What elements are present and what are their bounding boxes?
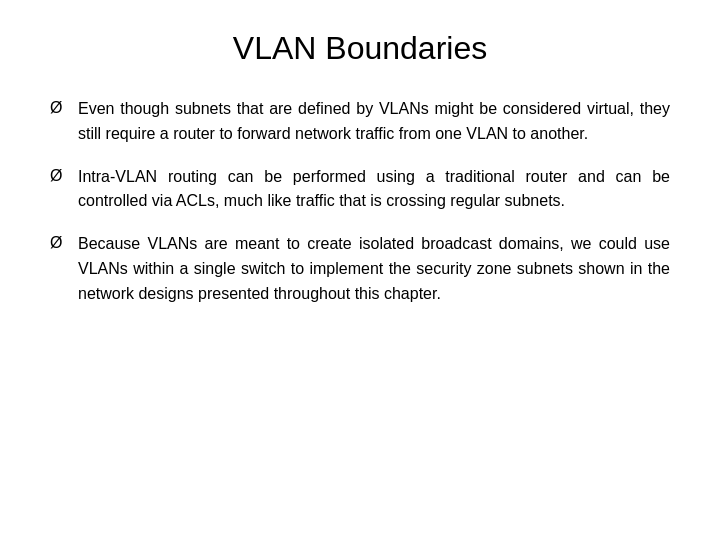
bullet-item-1: Ø Even though subnets that are defined b… <box>50 97 670 147</box>
bullet-symbol-3: Ø <box>50 234 68 252</box>
content-area: Ø Even though subnets that are defined b… <box>50 97 670 307</box>
bullet-text-1: Even though subnets that are defined by … <box>78 97 670 147</box>
bullet-text-2: Intra-VLAN routing can be performed usin… <box>78 165 670 215</box>
bullet-item-2: Ø Intra-VLAN routing can be performed us… <box>50 165 670 215</box>
bullet-symbol-1: Ø <box>50 99 68 117</box>
page: VLAN Boundaries Ø Even though subnets th… <box>0 0 720 540</box>
bullet-item-3: Ø Because VLANs are meant to create isol… <box>50 232 670 306</box>
bullet-text-3: Because VLANs are meant to create isolat… <box>78 232 670 306</box>
page-title: VLAN Boundaries <box>50 30 670 67</box>
bullet-symbol-2: Ø <box>50 167 68 185</box>
